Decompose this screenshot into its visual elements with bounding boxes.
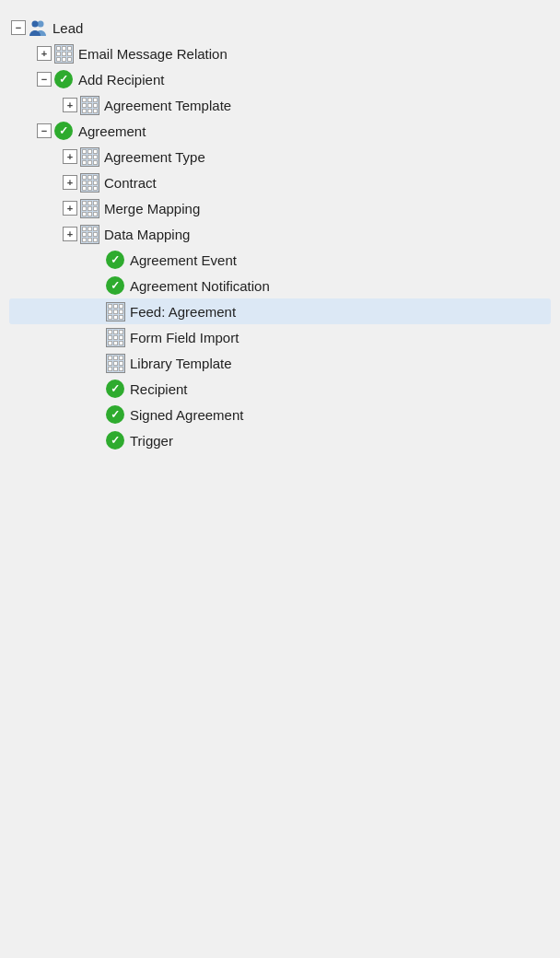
expand-icon-merge-mapping[interactable]: + bbox=[63, 201, 77, 216]
tree-item-agreement-notification[interactable]: Agreement Notification bbox=[9, 273, 551, 298]
tree-item-agreement-event[interactable]: Agreement Event bbox=[9, 247, 551, 273]
label-signed-agreement: Signed Agreement bbox=[130, 407, 243, 423]
expand-icon-agreement-template[interactable]: + bbox=[63, 98, 77, 112]
label-form-field-import: Form Field Import bbox=[130, 330, 239, 345]
expand-icon-contract[interactable]: + bbox=[63, 175, 77, 190]
grid-icon bbox=[79, 148, 99, 165]
tree-item-email-message-relation[interactable]: +Email Message Relation bbox=[9, 41, 551, 66]
expand-icon-add-recipient[interactable]: − bbox=[37, 72, 52, 87]
label-contract: Contract bbox=[104, 175, 157, 191]
svg-point-1 bbox=[32, 21, 39, 28]
tree-item-agreement[interactable]: −Agreement bbox=[9, 118, 551, 144]
label-merge-mapping: Merge Mapping bbox=[104, 201, 200, 216]
label-recipient: Recipient bbox=[130, 381, 188, 397]
grid-icon bbox=[105, 329, 125, 345]
tree-item-merge-mapping[interactable]: +Merge Mapping bbox=[9, 195, 551, 221]
tree-item-feed-agreement[interactable]: Feed: Agreement bbox=[9, 298, 551, 324]
grid-icon bbox=[105, 303, 125, 320]
expand-icon-agreement[interactable]: − bbox=[37, 123, 52, 138]
tree-item-agreement-type[interactable]: +Agreement Type bbox=[9, 144, 551, 169]
expand-icon-email-message-relation[interactable]: + bbox=[37, 46, 52, 61]
tree-items-container: +Email Message Relation−Add Recipient+Ag… bbox=[9, 41, 551, 453]
check-icon bbox=[53, 123, 74, 139]
grid-icon bbox=[79, 97, 99, 113]
check-icon bbox=[105, 277, 125, 294]
label-agreement-notification: Agreement Notification bbox=[130, 278, 270, 294]
tree-container: − Lead +Email Message Relation−Add Recip… bbox=[0, 0, 560, 958]
label-trigger: Trigger bbox=[130, 433, 173, 449]
check-icon bbox=[105, 406, 125, 423]
tree-item-data-mapping[interactable]: +Data Mapping bbox=[9, 221, 551, 247]
check-icon bbox=[53, 71, 74, 88]
label-library-template: Library Template bbox=[130, 356, 232, 371]
tree-item-library-template[interactable]: Library Template bbox=[9, 350, 551, 376]
expand-icon-lead[interactable]: − bbox=[11, 20, 26, 35]
label-add-recipient: Add Recipient bbox=[78, 72, 164, 88]
check-icon bbox=[105, 380, 125, 397]
tree-item-recipient[interactable]: Recipient bbox=[9, 376, 551, 402]
svg-point-0 bbox=[38, 21, 44, 28]
tree-item-contract[interactable]: +Contract bbox=[9, 169, 551, 195]
tree-item-signed-agreement[interactable]: Signed Agreement bbox=[9, 402, 551, 427]
grid-icon bbox=[79, 174, 99, 191]
label-agreement-template: Agreement Template bbox=[104, 98, 231, 113]
label-agreement-event: Agreement Event bbox=[130, 252, 237, 268]
expand-icon-data-mapping[interactable]: + bbox=[63, 227, 77, 241]
expand-icon-agreement-type[interactable]: + bbox=[63, 149, 77, 164]
grid-icon bbox=[105, 355, 125, 371]
check-icon bbox=[105, 432, 125, 449]
label-feed-agreement: Feed: Agreement bbox=[130, 304, 236, 320]
label-agreement-type: Agreement Type bbox=[104, 149, 205, 165]
lead-label: Lead bbox=[52, 20, 83, 36]
tree-item-add-recipient[interactable]: −Add Recipient bbox=[9, 66, 551, 92]
tree-item-agreement-template[interactable]: +Agreement Template bbox=[9, 92, 551, 118]
grid-icon bbox=[79, 200, 99, 216]
label-data-mapping: Data Mapping bbox=[104, 227, 190, 242]
tree-item-lead[interactable]: − Lead bbox=[9, 15, 551, 41]
people-icon-lead bbox=[28, 19, 48, 36]
tree-item-form-field-import[interactable]: Form Field Import bbox=[9, 324, 551, 350]
label-agreement: Agreement bbox=[78, 123, 146, 139]
check-icon bbox=[105, 251, 125, 268]
grid-icon bbox=[53, 45, 74, 62]
tree-item-trigger[interactable]: Trigger bbox=[9, 427, 551, 453]
label-email-message-relation: Email Message Relation bbox=[78, 46, 228, 62]
grid-icon bbox=[79, 226, 99, 242]
